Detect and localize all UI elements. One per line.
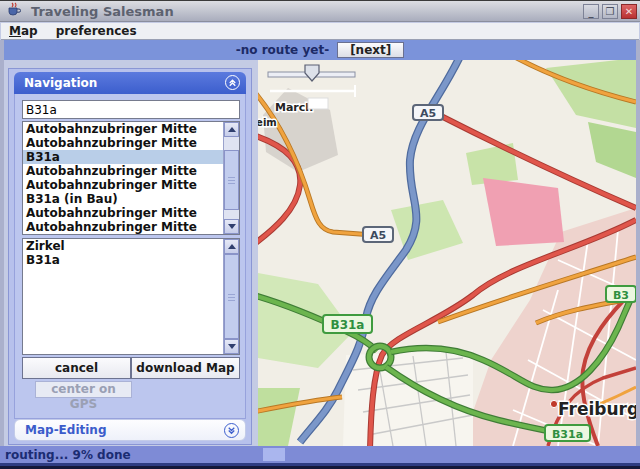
list-item[interactable]: Autobahnzubringer Mitte: [23, 164, 223, 178]
list-item[interactable]: Autobahnzubringer Mitte: [23, 206, 223, 220]
navigation-pane-header[interactable]: Navigation: [14, 72, 246, 94]
scrollbar-thumb[interactable]: [224, 150, 239, 210]
chosen-scrollbar[interactable]: [223, 239, 239, 354]
list-item[interactable]: Autobahnzubringer Mitte: [23, 122, 223, 136]
b31a-badge-west: B31a: [323, 315, 372, 333]
close-button[interactable]: ✕: [621, 4, 637, 19]
list-item[interactable]: Zirkel: [23, 239, 223, 253]
java-cup-icon: [6, 2, 21, 20]
city-label: Freiburg: [558, 399, 636, 419]
scroll-up-arrow[interactable]: [224, 122, 239, 137]
map-canvas[interactable]: A5 A5 B31a B3 B31a March heim Freib: [258, 60, 636, 446]
navigation-pane-body: Autobahnzubringer Mitte Autobahnzubringe…: [14, 94, 246, 419]
list-item[interactable]: B31a: [23, 253, 223, 267]
b3-badge-east: B3: [606, 286, 636, 302]
window-border-left: [0, 40, 4, 446]
town-label: March: [275, 101, 313, 114]
menu-map[interactable]: Map: [9, 24, 38, 38]
menu-preferences[interactable]: preferences: [56, 24, 137, 38]
b31a-badge-south: B31a: [545, 425, 590, 441]
a5-badge-mid: A5: [363, 227, 393, 242]
map-editing-pane-header[interactable]: Map-Editing: [14, 419, 246, 441]
window-title: Traveling Salesman: [31, 4, 174, 19]
zoom-slider-thumb[interactable]: [305, 65, 319, 81]
route-toolbar: -no route yet- [next]: [1, 40, 639, 60]
window-border-bottom: [0, 463, 640, 469]
svg-text:B31a: B31a: [552, 428, 583, 441]
list-item[interactable]: Autobahnzubringer Mitte: [23, 220, 223, 234]
collapse-up-icon[interactable]: [225, 75, 240, 90]
svg-text:B3: B3: [613, 289, 629, 302]
download-map-button[interactable]: download Map: [131, 357, 240, 379]
town-partial-label: heim: [258, 117, 277, 128]
list-item[interactable]: Autobahnzubringer Mitte: [23, 178, 223, 192]
list-item[interactable]: B31a (in Bau): [23, 192, 223, 206]
progress-indicator: [263, 448, 285, 461]
center-on-gps-button[interactable]: center on GPS: [35, 381, 132, 398]
forest-area: [258, 388, 300, 446]
expand-down-icon[interactable]: [224, 423, 239, 438]
scroll-down-arrow[interactable]: [224, 339, 239, 354]
forest-area: [588, 122, 636, 178]
title-bar: Traveling Salesman _ ❐ ✕: [0, 0, 640, 22]
list-item-selected[interactable]: B31a: [23, 150, 223, 164]
zoom-slider[interactable]: [268, 65, 355, 81]
search-results-list[interactable]: Autobahnzubringer Mitte Autobahnzubringe…: [22, 121, 240, 235]
scroll-down-arrow[interactable]: [224, 219, 239, 234]
svg-text:B31a: B31a: [331, 318, 365, 332]
chosen-items-list[interactable]: Zirkel B31a: [22, 238, 240, 355]
forest-area: [546, 60, 636, 128]
search-input[interactable]: [22, 100, 240, 119]
status-text: routing... 9% done: [5, 448, 131, 462]
results-scrollbar[interactable]: [223, 122, 239, 234]
cancel-button[interactable]: cancel: [22, 357, 131, 379]
map-editing-pane-title: Map-Editing: [25, 423, 107, 437]
next-route-button[interactable]: [next]: [337, 42, 404, 58]
label-flag: [308, 98, 328, 109]
a5-badge-north: A5: [413, 105, 443, 120]
navigation-panel: Navigation Autobahnzubringer Mitte Autob…: [8, 68, 252, 445]
menu-bar: Map preferences: [1, 23, 639, 40]
maximize-button[interactable]: ❐: [602, 4, 618, 19]
minimize-button[interactable]: _: [583, 4, 599, 19]
svg-text:A5: A5: [370, 229, 386, 242]
list-item[interactable]: Autobahnzubringer Mitte: [23, 136, 223, 150]
pink-industrial-area: [483, 178, 564, 246]
window-border-right: [636, 40, 640, 446]
scrollbar-thumb[interactable]: [224, 254, 239, 339]
route-status-label: -no route yet-: [236, 43, 329, 57]
status-bar: routing... 9% done: [0, 446, 640, 463]
city-marker-dot: [550, 400, 557, 407]
scroll-up-arrow[interactable]: [224, 239, 239, 254]
map-view[interactable]: A5 A5 B31a B3 B31a March heim Freib: [258, 60, 636, 446]
navigation-pane-title: Navigation: [24, 76, 97, 90]
svg-text:A5: A5: [420, 107, 436, 120]
